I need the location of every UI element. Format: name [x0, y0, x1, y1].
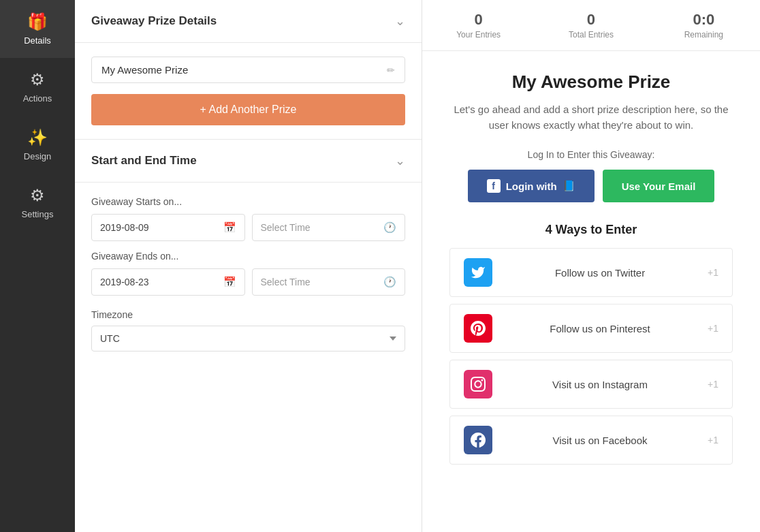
pinterest-label: Follow us on Pinterest [502, 323, 698, 334]
end-date-input[interactable]: 2019-08-23 📅 [91, 268, 245, 296]
end-time-placeholder: Select Time [261, 277, 379, 287]
main-panel: Giveaway Prize Details ⌄ ✏ + Add Another… [75, 0, 422, 532]
remaining-label: Remaining [648, 30, 760, 40]
end-time-input[interactable]: Select Time 🕐 [252, 268, 406, 296]
stat-your-entries: 0 Your Entries [422, 11, 535, 40]
end-label: Giveaway Ends on... [91, 251, 405, 262]
your-entries-value: 0 [422, 11, 535, 29]
total-entries-value: 0 [535, 11, 647, 29]
facebook-way-label: Visit us on Facebook [502, 435, 698, 446]
calendar-icon-2[interactable]: 📅 [223, 276, 236, 288]
start-label: Giveaway Starts on... [91, 196, 405, 207]
instagram-icon [464, 370, 492, 398]
settings-icon: ⚙ [30, 186, 45, 205]
sidebar-item-label: Actions [23, 93, 52, 104]
twitter-icon [464, 258, 492, 287]
sidebar-item-settings[interactable]: ⚙ Settings [0, 174, 75, 232]
way-item-instagram[interactable]: Visit us on Instagram +1 [449, 360, 733, 409]
timezone-select[interactable]: UTC [91, 326, 405, 351]
facebook-btn-label: Login with [506, 181, 557, 192]
time-section-title: Start and End Time [91, 154, 197, 168]
instagram-points: +1 [708, 379, 718, 390]
design-icon: ✨ [27, 128, 48, 147]
add-prize-label: + Add Another Prize [200, 104, 297, 116]
facebook-way-points: +1 [708, 435, 718, 445]
clock-icon-2: 🕐 [383, 276, 396, 288]
preview-panel: 0 Your Entries 0 Total Entries 0:0 Remai… [422, 0, 760, 532]
total-entries-label: Total Entries [535, 30, 647, 40]
login-label: Log In to Enter this Giveaway: [449, 149, 733, 160]
prize-name-row: ✏ [91, 57, 405, 83]
ways-list: Follow us on Twitter +1 Follow us on Pin… [449, 248, 733, 465]
sidebar: 🎁 Details ⚙ Actions ✨ Design ⚙ Settings [0, 0, 75, 532]
preview-prize-desc: Let's go ahead and add a short prize des… [449, 102, 733, 133]
stats-bar: 0 Your Entries 0 Total Entries 0:0 Remai… [422, 0, 760, 51]
way-item-facebook[interactable]: Visit us on Facebook +1 [449, 416, 733, 465]
start-date-value: 2019-08-09 [100, 222, 218, 233]
ways-to-enter-title: 4 Ways to Enter [449, 223, 733, 237]
sidebar-item-label: Design [24, 151, 51, 161]
twitter-label: Follow us on Twitter [502, 267, 698, 279]
facebook-logo-icon: f [487, 179, 501, 193]
instagram-label: Visit us on Instagram [502, 379, 698, 390]
start-time-input[interactable]: Select Time 🕐 [252, 214, 406, 241]
start-time-placeholder: Select Time [261, 222, 379, 233]
end-date-value: 2019-08-23 [100, 277, 218, 287]
login-facebook-button[interactable]: f Login with 📘 [468, 170, 595, 202]
prize-section-title: Giveaway Prize Details [91, 14, 217, 28]
pinterest-icon [464, 314, 492, 343]
sidebar-item-label: Details [24, 35, 51, 46]
email-btn-label: Use Your Email [622, 181, 696, 192]
calendar-icon[interactable]: 📅 [223, 221, 236, 234]
add-prize-button[interactable]: + Add Another Prize [91, 94, 405, 125]
actions-icon: ⚙ [30, 70, 45, 89]
prize-section-body: ✏ + Add Another Prize [75, 43, 422, 140]
sidebar-item-label: Settings [22, 209, 54, 219]
facebook-icon: 📘 [563, 180, 575, 192]
start-date-time-row: 2019-08-09 📅 Select Time 🕐 [91, 214, 405, 241]
edit-icon[interactable]: ✏ [387, 65, 395, 76]
chevron-down-icon-2: ⌄ [395, 153, 405, 168]
clock-icon: 🕐 [383, 221, 396, 234]
chevron-down-icon: ⌄ [395, 14, 405, 29]
timezone-label: Timezone [91, 309, 405, 320]
login-buttons: f Login with 📘 Use Your Email [449, 170, 733, 202]
sidebar-item-design[interactable]: ✨ Design [0, 116, 75, 174]
preview-content: My Awesome Prize Let's go ahead and add … [422, 51, 760, 485]
email-button[interactable]: Use Your Email [603, 170, 715, 202]
preview-prize-title: My Awesome Prize [449, 72, 733, 93]
way-item-twitter[interactable]: Follow us on Twitter +1 [449, 248, 733, 297]
way-item-pinterest[interactable]: Follow us on Pinterest +1 [449, 304, 733, 353]
prize-name-input[interactable] [101, 64, 387, 76]
sidebar-item-details[interactable]: 🎁 Details [0, 0, 75, 58]
start-date-input[interactable]: 2019-08-09 📅 [91, 214, 245, 241]
stat-remaining: 0:0 Remaining [648, 11, 760, 40]
your-entries-label: Your Entries [422, 30, 535, 40]
gift-icon: 🎁 [27, 12, 48, 31]
pinterest-points: +1 [708, 323, 718, 334]
time-section-header[interactable]: Start and End Time ⌄ [75, 140, 422, 183]
twitter-points: +1 [708, 267, 718, 278]
remaining-value: 0:0 [648, 11, 760, 29]
end-date-time-row: 2019-08-23 📅 Select Time 🕐 [91, 268, 405, 296]
stat-total-entries: 0 Total Entries [535, 11, 647, 40]
time-section-body: Giveaway Starts on... 2019-08-09 📅 Selec… [75, 183, 422, 365]
facebook-way-icon [464, 426, 492, 454]
prize-section-header[interactable]: Giveaway Prize Details ⌄ [75, 0, 422, 43]
sidebar-item-actions[interactable]: ⚙ Actions [0, 58, 75, 116]
